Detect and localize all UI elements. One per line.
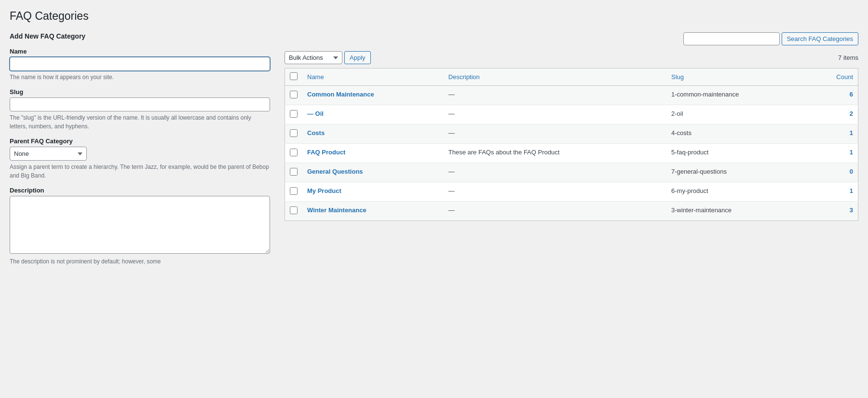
row-count-cell: 1 xyxy=(809,182,858,202)
search-button[interactable]: Search FAQ Categories xyxy=(782,32,858,45)
slug-hint: The "slug" is the URL-friendly version o… xyxy=(10,113,270,131)
th-name[interactable]: Name xyxy=(302,69,444,86)
row-slug-cell: 6-my-product xyxy=(666,182,809,202)
row-name-cell: Common Maintenance xyxy=(302,86,444,105)
row-checkbox-cell xyxy=(285,144,303,163)
row-checkbox-cell xyxy=(285,105,303,124)
row-count-link[interactable]: 1 xyxy=(850,187,853,194)
bulk-actions-select[interactable]: Bulk Actions xyxy=(285,51,342,64)
description-label: Description xyxy=(10,187,270,194)
row-count-link[interactable]: 1 xyxy=(850,129,853,137)
th-checkbox xyxy=(285,69,303,86)
row-count-cell: 3 xyxy=(809,202,858,221)
add-category-panel: Add New FAQ Category Name The name is ho… xyxy=(10,32,270,273)
row-name-cell: General Questions xyxy=(302,163,444,182)
slug-field-group: Slug The "slug" is the URL-friendly vers… xyxy=(10,88,270,131)
slug-label: Slug xyxy=(10,88,270,96)
table-row: Winter Maintenance—3-winter-maintenance3 xyxy=(285,202,858,221)
row-count-cell: 2 xyxy=(809,105,858,124)
row-name-link[interactable]: Winter Maintenance xyxy=(307,206,366,214)
search-input[interactable] xyxy=(683,32,780,45)
row-checkbox[interactable] xyxy=(290,187,298,195)
slug-input[interactable] xyxy=(10,97,270,111)
description-hint: The description is not prominent by defa… xyxy=(10,257,270,266)
categories-table: Name Description Slug Count Common Maint… xyxy=(285,68,858,221)
row-checkbox[interactable] xyxy=(290,206,298,214)
bulk-actions-wrap: Bulk Actions Apply xyxy=(285,51,371,64)
row-checkbox[interactable] xyxy=(290,129,298,137)
row-count-link[interactable]: 0 xyxy=(850,168,853,175)
row-checkbox-cell xyxy=(285,182,303,202)
row-count-cell: 1 xyxy=(809,144,858,163)
row-name-link[interactable]: Costs xyxy=(307,129,325,137)
th-description[interactable]: Description xyxy=(444,69,666,86)
select-all-checkbox[interactable] xyxy=(290,72,298,80)
parent-select[interactable]: None xyxy=(10,147,87,161)
row-name-link[interactable]: — Oil xyxy=(307,110,324,117)
name-input[interactable] xyxy=(10,57,270,71)
actions-row: Bulk Actions Apply 7 items xyxy=(285,51,858,64)
row-name-cell: My Product xyxy=(302,182,444,202)
row-count-link[interactable]: 2 xyxy=(850,110,853,117)
add-panel-title: Add New FAQ Category xyxy=(10,32,270,40)
row-slug-cell: 7-general-questions xyxy=(666,163,809,182)
items-count: 7 items xyxy=(838,54,858,61)
row-checkbox[interactable] xyxy=(290,91,298,98)
name-label: Name xyxy=(10,48,270,55)
row-count-link[interactable]: 3 xyxy=(850,206,853,214)
row-name-cell: FAQ Product xyxy=(302,144,444,163)
row-count-cell: 1 xyxy=(809,124,858,144)
row-slug-cell: 2-oil xyxy=(666,105,809,124)
row-checkbox[interactable] xyxy=(290,168,298,176)
row-checkbox[interactable] xyxy=(290,110,298,118)
row-slug-cell: 1-common-maintenance xyxy=(666,86,809,105)
row-name-cell: Winter Maintenance xyxy=(302,202,444,221)
row-count-link[interactable]: 6 xyxy=(850,91,853,98)
table-row: Common Maintenance—1-common-maintenance6 xyxy=(285,86,858,105)
th-count[interactable]: Count xyxy=(809,69,858,86)
row-name-link[interactable]: General Questions xyxy=(307,168,363,175)
apply-button[interactable]: Apply xyxy=(344,51,371,64)
row-checkbox-cell xyxy=(285,202,303,221)
row-count-link[interactable]: 1 xyxy=(850,149,853,156)
row-description: — xyxy=(448,206,455,214)
parent-label: Parent FAQ Category xyxy=(10,137,270,145)
row-name-link[interactable]: Common Maintenance xyxy=(307,91,374,98)
search-row: Search FAQ Categories xyxy=(683,32,858,45)
description-field-group: Description The description is not promi… xyxy=(10,187,270,266)
table-row: — Oil—2-oil2 xyxy=(285,105,858,124)
row-description: These are FAQs about the FAQ Product xyxy=(448,149,560,156)
row-description-cell: These are FAQs about the FAQ Product xyxy=(444,144,666,163)
row-slug-cell: 5-faq-product xyxy=(666,144,809,163)
row-description: — xyxy=(448,110,455,117)
row-name-link[interactable]: FAQ Product xyxy=(307,149,345,156)
row-description-cell: — xyxy=(444,86,666,105)
table-header-row: Name Description Slug Count xyxy=(285,69,858,86)
table-row: FAQ ProductThese are FAQs about the FAQ … xyxy=(285,144,858,163)
name-field-group: Name The name is how it appears on your … xyxy=(10,48,270,82)
row-description: — xyxy=(448,91,455,98)
categories-list-panel: Search FAQ Categories Bulk Actions Apply… xyxy=(285,32,858,221)
row-count-cell: 6 xyxy=(809,86,858,105)
th-slug[interactable]: Slug xyxy=(666,69,809,86)
table-row: Costs—4-costs1 xyxy=(285,124,858,144)
row-description-cell: — xyxy=(444,105,666,124)
row-slug-cell: 4-costs xyxy=(666,124,809,144)
row-checkbox[interactable] xyxy=(290,149,298,156)
parent-field-group: Parent FAQ Category None Assign a parent… xyxy=(10,137,270,180)
description-textarea[interactable] xyxy=(10,196,270,254)
parent-hint: Assign a parent term to create a hierarc… xyxy=(10,163,270,180)
table-row: General Questions—7-general-questions0 xyxy=(285,163,858,182)
row-description-cell: — xyxy=(444,182,666,202)
name-hint: The name is how it appears on your site. xyxy=(10,73,270,82)
row-description-cell: — xyxy=(444,124,666,144)
row-count-cell: 0 xyxy=(809,163,858,182)
row-checkbox-cell xyxy=(285,124,303,144)
row-name-cell: Costs xyxy=(302,124,444,144)
row-description-cell: — xyxy=(444,163,666,182)
row-description: — xyxy=(448,187,455,194)
row-description-cell: — xyxy=(444,202,666,221)
row-name-cell: — Oil xyxy=(302,105,444,124)
row-name-link[interactable]: My Product xyxy=(307,187,341,194)
page-title: FAQ Categories xyxy=(10,10,858,23)
